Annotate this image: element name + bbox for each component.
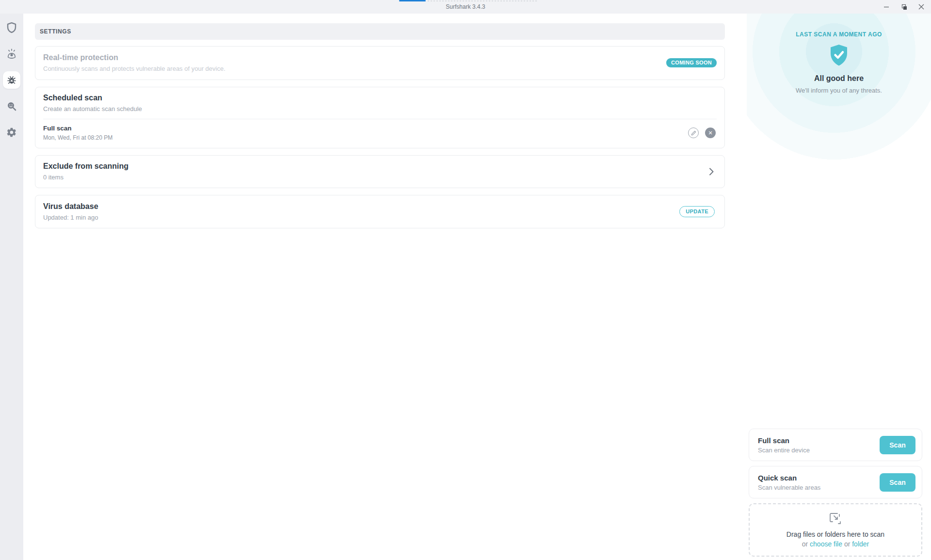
full-scan-button[interactable]: Scan bbox=[880, 436, 915, 454]
window-title: Surfshark 3.4.3 bbox=[446, 3, 485, 10]
bug-icon bbox=[6, 75, 17, 85]
scheduled-scan-card: Scheduled scan Create an automatic scan … bbox=[35, 87, 725, 148]
minimize-icon bbox=[883, 4, 889, 10]
exclude-count: 0 items bbox=[43, 174, 128, 181]
schedule-time: Mon, Wed, Fri at 08:20 PM bbox=[43, 134, 112, 141]
exclude-title: Exclude from scanning bbox=[43, 162, 128, 171]
quick-scan-card: Quick scan Scan vulnerable areas Scan bbox=[749, 466, 922, 498]
sidebar-item-vpn[interactable] bbox=[3, 19, 20, 36]
restore-button[interactable] bbox=[897, 1, 911, 13]
realtime-protection-subtitle: Continuously scans and protects vulnerab… bbox=[43, 65, 225, 72]
quick-scan-button[interactable]: Scan bbox=[880, 473, 915, 492]
virus-db-title: Virus database bbox=[43, 202, 98, 211]
sidebar-item-settings[interactable] bbox=[3, 124, 20, 141]
close-button[interactable] bbox=[915, 1, 928, 13]
quick-scan-text: Quick scan Scan vulnerable areas bbox=[758, 474, 820, 491]
full-scan-text: Full scan Scan entire device bbox=[758, 436, 810, 454]
schedule-info: Full scan Mon, Wed, Fri at 08:20 PM bbox=[43, 125, 112, 141]
settings-header-label: SETTINGS bbox=[40, 28, 71, 35]
schedule-actions: ✕ bbox=[688, 128, 717, 138]
status-panel: LAST SCAN A MOMENT AGO All good here We'… bbox=[747, 14, 931, 560]
drop-files-icon bbox=[827, 512, 844, 527]
settings-header-band: SETTINGS bbox=[35, 23, 725, 40]
virus-db-updated: Updated: 1 min ago bbox=[43, 214, 98, 221]
choose-file-link[interactable]: choose file bbox=[810, 540, 842, 548]
alert-icon bbox=[6, 48, 17, 59]
scheduled-scan-text: Scheduled scan Create an automatic scan … bbox=[43, 94, 717, 112]
delete-schedule-button[interactable]: ✕ bbox=[705, 128, 716, 138]
titlebar-progress-bar bbox=[399, 0, 426, 1]
drop-links-line: or choose file or folder bbox=[802, 540, 869, 548]
virus-db-text: Virus database Updated: 1 min ago bbox=[43, 202, 98, 221]
exclude-from-scanning-card[interactable]: Exclude from scanning 0 items bbox=[35, 155, 725, 188]
gear-icon bbox=[6, 127, 17, 138]
window-controls bbox=[880, 0, 931, 14]
full-scan-title: Full scan bbox=[758, 436, 810, 445]
status-note: We'll inform you of any threats. bbox=[747, 87, 931, 94]
close-icon bbox=[918, 4, 924, 10]
pencil-icon bbox=[691, 130, 696, 136]
delete-icon: ✕ bbox=[708, 130, 712, 136]
settings-page: SETTINGS Real-time protection Continuous… bbox=[23, 14, 747, 560]
restore-icon bbox=[901, 4, 907, 10]
sidebar-item-alert[interactable] bbox=[3, 45, 20, 63]
exclude-text: Exclude from scanning 0 items bbox=[43, 162, 128, 181]
realtime-protection-title: Real-time protection bbox=[43, 53, 225, 62]
virus-database-card: Virus database Updated: 1 min ago UPDATE bbox=[35, 195, 725, 228]
realtime-protection-card: Real-time protection Continuously scans … bbox=[35, 46, 725, 80]
quick-scan-title: Quick scan bbox=[758, 474, 820, 482]
scan-status: LAST SCAN A MOMENT AGO All good here We'… bbox=[747, 14, 931, 94]
chevron-right-icon bbox=[709, 168, 717, 176]
sidebar-item-antivirus[interactable] bbox=[3, 71, 20, 89]
status-headline: All good here bbox=[747, 74, 931, 83]
schedule-divider bbox=[43, 119, 717, 119]
quick-scan-subtitle: Scan vulnerable areas bbox=[758, 484, 820, 491]
sidebar-item-search[interactable] bbox=[3, 97, 20, 115]
drop-or-1: or bbox=[802, 540, 808, 548]
choose-folder-link[interactable]: folder bbox=[852, 540, 869, 548]
shield-check-icon bbox=[747, 44, 931, 68]
search-icon bbox=[6, 101, 17, 112]
realtime-protection-text: Real-time protection Continuously scans … bbox=[43, 53, 225, 72]
edit-schedule-button[interactable] bbox=[688, 128, 699, 138]
drag-drop-zone[interactable]: Drag files or folders here to scan or ch… bbox=[749, 503, 922, 557]
drop-or-2: or bbox=[844, 540, 850, 548]
full-scan-subtitle: Scan entire device bbox=[758, 447, 810, 454]
titlebar: Surfshark 3.4.3 bbox=[0, 0, 931, 14]
scan-panel: Full scan Scan entire device Scan Quick … bbox=[749, 429, 922, 557]
titlebar-progress-track bbox=[428, 0, 538, 1]
update-button[interactable]: UPDATE bbox=[679, 206, 715, 217]
full-scan-card: Full scan Scan entire device Scan bbox=[749, 429, 922, 461]
minimize-button[interactable] bbox=[880, 1, 893, 13]
coming-soon-badge: COMING SOON bbox=[666, 58, 717, 67]
drop-instruction: Drag files or folders here to scan bbox=[787, 530, 884, 538]
schedule-row: Full scan Mon, Wed, Fri at 08:20 PM ✕ bbox=[43, 125, 717, 141]
scheduled-scan-title: Scheduled scan bbox=[43, 94, 717, 102]
last-scan-label: LAST SCAN A MOMENT AGO bbox=[747, 31, 931, 38]
sidebar bbox=[0, 14, 23, 560]
scheduled-scan-subtitle: Create an automatic scan schedule bbox=[43, 105, 717, 112]
shield-icon bbox=[7, 22, 16, 33]
schedule-name: Full scan bbox=[43, 125, 112, 132]
